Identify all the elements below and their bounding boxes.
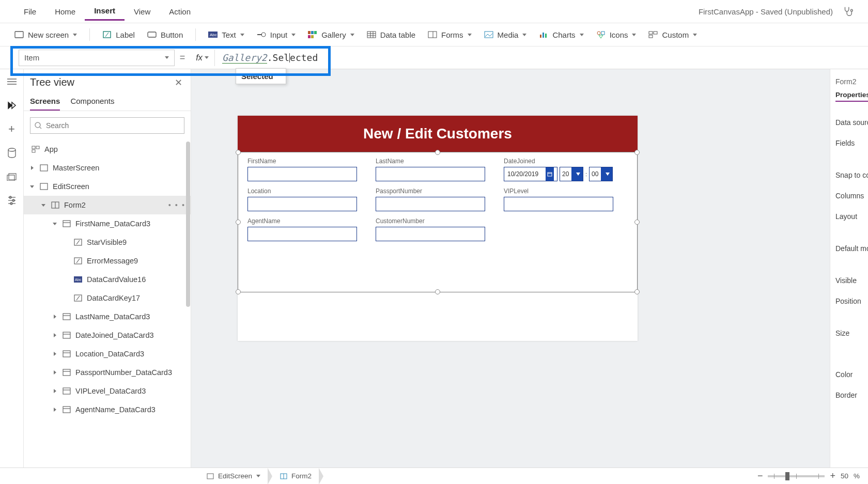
chevron-right-icon[interactable] — [52, 370, 58, 374]
formula-input[interactable]: Gallery2.Selected — [215, 52, 318, 63]
text-input[interactable] — [376, 197, 485, 211]
menu-view[interactable]: View — [125, 3, 160, 20]
tree-item[interactable]: FirstName_DataCard3 — [24, 214, 191, 233]
ribbon-data-table[interactable]: Data table — [367, 30, 415, 39]
form2-control[interactable]: FirstNameLastNameDateJoined 10/20/2019 2… — [238, 152, 638, 292]
ribbon-text[interactable]: Abc Text — [208, 30, 244, 39]
chevron-right-icon[interactable] — [52, 333, 58, 337]
ribbon-input[interactable]: Input — [257, 30, 296, 39]
prop-row[interactable]: Size — [835, 323, 868, 344]
chevron-right-icon[interactable] — [52, 315, 58, 319]
tab-components[interactable]: Components — [70, 93, 114, 111]
add-icon[interactable]: + — [6, 124, 18, 134]
selection-handle[interactable] — [236, 220, 241, 225]
ribbon-label[interactable]: Label — [102, 30, 135, 39]
prop-row[interactable]: Border — [835, 385, 868, 405]
prop-row[interactable]: Layout — [835, 206, 868, 227]
diagnostics-icon[interactable] — [842, 6, 854, 17]
selection-handle[interactable] — [634, 150, 640, 155]
properties-tab[interactable]: Properties — [835, 91, 868, 102]
selection-handle[interactable] — [236, 150, 241, 155]
tree-item[interactable]: DateJoined_DataCard3 — [24, 326, 191, 345]
tree-item[interactable]: LastName_DataCard3 — [24, 307, 191, 326]
breadcrumb-screen[interactable]: EditScreen — [199, 468, 268, 484]
tree-app[interactable]: App — [24, 140, 191, 159]
selection-handle[interactable] — [236, 289, 241, 294]
property-selector[interactable]: Item — [19, 50, 175, 66]
settings-icon[interactable] — [6, 195, 18, 206]
close-icon[interactable]: ✕ — [175, 77, 182, 88]
tree-item[interactable]: AbcDataCardValue16 — [24, 270, 191, 289]
tree-item[interactable]: VIPLevel_DataCard3 — [24, 382, 191, 400]
zoom-thumb[interactable] — [785, 472, 789, 480]
text-input[interactable] — [247, 227, 357, 241]
selection-handle[interactable] — [435, 289, 440, 294]
media-rail-icon[interactable] — [6, 171, 18, 182]
chevron-right-icon[interactable] — [52, 389, 58, 393]
text-input[interactable] — [247, 167, 357, 181]
more-icon[interactable]: • • • — [168, 201, 185, 209]
ribbon-button[interactable]: Button — [147, 30, 183, 39]
calendar-icon[interactable] — [546, 167, 554, 181]
prop-row[interactable]: Position — [835, 291, 868, 311]
zoom-out-button[interactable]: − — [757, 471, 763, 481]
tree-item[interactable]: EditScreen — [24, 177, 191, 196]
minute-dropdown[interactable]: 00 — [589, 167, 613, 181]
ribbon-new-screen[interactable]: New screen — [14, 30, 77, 39]
prop-row[interactable]: Fields — [835, 133, 868, 153]
chevron-right-icon[interactable] — [52, 352, 58, 356]
chevron-down-icon[interactable] — [52, 223, 58, 225]
menu-action[interactable]: Action — [160, 3, 200, 20]
chevron-right-icon[interactable] — [29, 166, 35, 170]
tree-view-icon[interactable] — [6, 100, 18, 111]
ribbon-gallery[interactable]: Gallery — [308, 30, 354, 39]
prop-row[interactable]: Visible — [835, 270, 868, 291]
hour-dropdown[interactable]: 20 — [560, 167, 583, 181]
prop-row[interactable]: Columns — [835, 185, 868, 206]
tree-search[interactable] — [30, 117, 184, 134]
tree-item[interactable]: Location_DataCard3 — [24, 345, 191, 363]
prop-row[interactable]: Default mod — [835, 238, 868, 259]
intellisense-suggestion[interactable]: Selected — [236, 68, 286, 84]
data-icon[interactable] — [6, 148, 18, 158]
hamburger-icon[interactable] — [6, 76, 18, 87]
menu-home[interactable]: Home — [45, 3, 85, 20]
zoom-slider[interactable] — [768, 475, 825, 477]
prop-row[interactable]: Data source — [835, 112, 868, 133]
text-input[interactable] — [376, 167, 485, 181]
canvas-area[interactable]: New / Edit Customers FirstNameLastNameDa… — [191, 69, 830, 467]
tree-item[interactable]: PassportNumber_DataCard3 — [24, 363, 191, 382]
chevron-down-icon[interactable] — [40, 204, 47, 207]
text-input[interactable] — [247, 197, 357, 211]
search-input[interactable] — [46, 121, 180, 130]
ribbon-media[interactable]: Media — [484, 30, 527, 39]
ribbon-forms[interactable]: Forms — [428, 30, 472, 39]
selection-handle[interactable] — [435, 150, 440, 155]
selection-handle[interactable] — [634, 220, 640, 225]
scrollbar[interactable] — [186, 142, 190, 307]
prop-row[interactable]: Snap to colu — [835, 165, 868, 185]
menu-file[interactable]: File — [14, 3, 45, 20]
chevron-down-icon[interactable] — [29, 185, 35, 188]
breadcrumb-control[interactable]: Form2 — [273, 468, 319, 484]
tree-item[interactable]: DataCardKey17 — [24, 289, 191, 307]
svg-rect-4 — [148, 32, 156, 37]
chevron-right-icon[interactable] — [52, 408, 58, 412]
selection-handle[interactable] — [634, 289, 640, 294]
tree-item[interactable]: MasterScreen — [24, 159, 191, 177]
ribbon-charts[interactable]: Charts — [539, 30, 583, 39]
ribbon-icons[interactable]: Icons — [596, 30, 637, 39]
text-input[interactable] — [504, 197, 613, 211]
zoom-in-button[interactable]: + — [830, 471, 835, 481]
tab-screens[interactable]: Screens — [30, 93, 60, 111]
tree-item[interactable]: AgentName_DataCard3 — [24, 400, 191, 419]
text-input[interactable] — [376, 227, 485, 241]
fx-button[interactable]: fx — [190, 50, 215, 66]
date-input[interactable]: 10/20/2019 — [504, 167, 557, 181]
menu-insert[interactable]: Insert — [85, 2, 125, 21]
tree-item[interactable]: ErrorMessage9 — [24, 252, 191, 270]
prop-row[interactable]: Color — [835, 364, 868, 385]
tree-item[interactable]: Form2• • • — [24, 196, 191, 214]
tree-item[interactable]: StarVisible9 — [24, 233, 191, 252]
ribbon-custom[interactable]: Custom — [648, 30, 697, 39]
